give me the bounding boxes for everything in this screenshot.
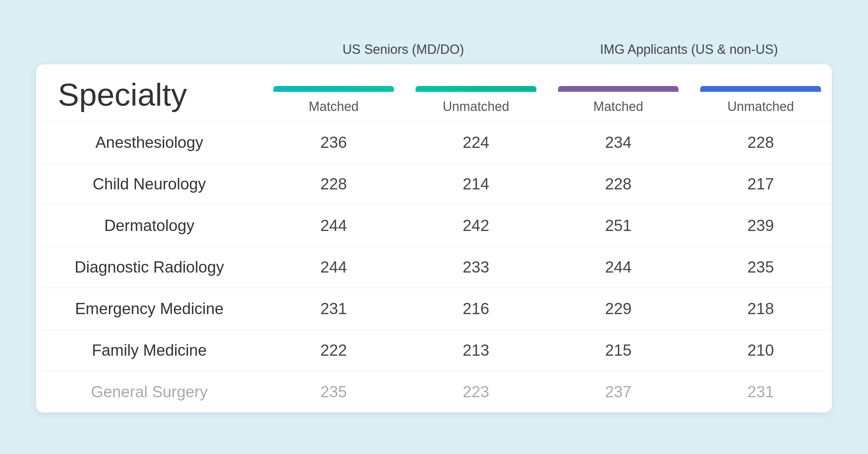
img-matched-cell: 229 — [547, 288, 690, 329]
img-unmatched-cell: 231 — [689, 371, 832, 412]
img-matched-cell: 237 — [547, 371, 690, 412]
specialty-cell: Dermatology — [36, 205, 263, 246]
us-matched-cell: 244 — [263, 205, 405, 246]
table-row: General Surgery235223237231 — [36, 371, 832, 412]
us-unmatched-cell: 214 — [405, 163, 547, 205]
img-unmatched-cell: 235 — [689, 246, 832, 288]
img-matched-cell: 244 — [547, 246, 690, 288]
img-unmatched-cell: 239 — [689, 205, 832, 246]
col-header-us-matched: Matched — [263, 64, 405, 122]
specialty-title: Specialty — [58, 77, 187, 112]
us-matched-cell: 236 — [263, 121, 405, 163]
col-bar-blue — [700, 86, 821, 92]
us-matched-cell: 244 — [263, 246, 405, 288]
us-unmatched-cell: 242 — [405, 205, 547, 246]
column-header-row: Specialty Matched Unmatched Matched — [36, 64, 832, 122]
us-unmatched-cell: 223 — [405, 371, 547, 412]
img-matched-cell: 234 — [547, 121, 690, 163]
col-label-img-matched: Matched — [593, 99, 643, 121]
specialty-cell: Emergency Medicine — [36, 288, 263, 329]
table-row: Family Medicine222213215210 — [36, 329, 832, 371]
col-header-us-unmatched: Unmatched — [405, 64, 547, 122]
col-label-us-matched: Matched — [309, 99, 358, 121]
us-unmatched-cell: 233 — [405, 246, 547, 288]
specialty-cell: Family Medicine — [36, 329, 263, 371]
col-bar-green — [416, 86, 536, 92]
group-header-img-applicants: IMG Applicants (US & non-US) — [546, 42, 832, 61]
specialty-cell: General Surgery — [36, 371, 263, 412]
group-header-us-seniors: US Seniors (MD/DO) — [260, 42, 546, 61]
img-matched-cell: 215 — [547, 329, 690, 371]
us-unmatched-cell: 213 — [405, 329, 547, 371]
col-label-us-unmatched: Unmatched — [443, 99, 509, 121]
table-row: Dermatology244242251239 — [36, 205, 832, 246]
specialty-cell: Diagnostic Radiology — [36, 246, 263, 288]
col-label-img-unmatched: Unmatched — [727, 99, 794, 121]
img-matched-cell: 228 — [547, 163, 690, 205]
us-matched-cell: 231 — [263, 288, 405, 329]
img-matched-cell: 251 — [547, 205, 690, 246]
us-matched-cell: 222 — [263, 329, 405, 371]
specialty-cell: Anesthesiology — [36, 121, 263, 163]
img-unmatched-cell: 210 — [689, 329, 832, 371]
table-row: Child Neurology228214228217 — [36, 163, 832, 205]
us-unmatched-cell: 224 — [405, 121, 547, 163]
table-card: Specialty Matched Unmatched Matched — [36, 64, 832, 412]
us-matched-cell: 228 — [263, 163, 405, 205]
specialty-header-cell: Specialty — [36, 64, 263, 122]
table-row: Anesthesiology236224234228 — [36, 121, 832, 163]
specialty-cell: Child Neurology — [36, 163, 263, 205]
group-headers: US Seniors (MD/DO) IMG Applicants (US & … — [36, 42, 832, 61]
table-row: Diagnostic Radiology244233244235 — [36, 246, 832, 288]
col-header-img-unmatched: Unmatched — [689, 64, 832, 122]
col-bar-teal — [273, 86, 394, 92]
img-unmatched-cell: 217 — [689, 163, 832, 205]
img-unmatched-cell: 228 — [689, 121, 832, 163]
img-unmatched-cell: 218 — [689, 288, 832, 329]
page-wrapper: US Seniors (MD/DO) IMG Applicants (US & … — [36, 42, 832, 412]
us-unmatched-cell: 216 — [405, 288, 547, 329]
col-header-img-matched: Matched — [547, 64, 690, 122]
col-bar-purple — [558, 86, 679, 92]
main-table: Specialty Matched Unmatched Matched — [36, 64, 832, 412]
us-matched-cell: 235 — [263, 371, 405, 412]
table-row: Emergency Medicine231216229218 — [36, 288, 832, 329]
